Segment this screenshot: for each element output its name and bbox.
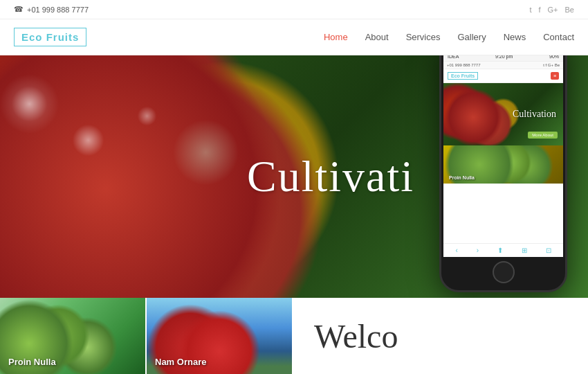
phone-book-icon[interactable]: ⊞ (522, 247, 527, 254)
phone-more-btn[interactable]: More About (528, 132, 558, 139)
nav-services[interactable]: Services (406, 32, 441, 42)
phone-tabs-icon[interactable]: ⊡ (546, 247, 551, 254)
behance-link[interactable]: Be (565, 6, 574, 14)
phone-social: t f G+ Be (543, 63, 560, 67)
card-proin: Proin Nulla (0, 298, 145, 374)
phone-number: +01 999 888 7777 (27, 6, 89, 14)
card-nam: Nam Ornare (147, 298, 292, 374)
card-proin-label: Proin Nulla (8, 357, 56, 367)
nav-gallery[interactable]: Gallery (457, 32, 486, 42)
phone-battery: 90% (549, 55, 559, 59)
phone-share-icon[interactable]: ⬆ (497, 247, 503, 254)
phone-logo[interactable]: Eco Fruits (448, 72, 478, 80)
phone-screen: IDEA 9:20 pm 90% +01 999 888 7777 t f G+… (443, 55, 563, 257)
phone-hero-title: Cultivation (513, 109, 556, 120)
welcome-text: Welco (314, 317, 398, 355)
phone-bottom-bar: ‹ › ⬆ ⊞ ⊡ (443, 243, 563, 257)
top-bar: ☎ +01 999 888 7777 t f G+ Be (0, 0, 588, 19)
facebook-link[interactable]: f (538, 6, 540, 14)
phone-number-mobile: +01 999 888 7777 (447, 63, 481, 67)
logo[interactable]: Eco Fruits (14, 28, 86, 46)
phone-home-button[interactable] (493, 261, 515, 283)
below-hero: Proin Nulla Nam Ornare Welco (0, 298, 588, 374)
social-links: t f G+ Be (529, 6, 574, 14)
nav-home[interactable]: Home (324, 32, 348, 42)
nav-links: Home About Services Gallery News Contact (324, 32, 574, 42)
phone-back-icon[interactable]: ‹ (455, 247, 457, 254)
phone-thumb-label: Proin Nulla (449, 175, 475, 180)
phone-carrier: IDEA (448, 55, 459, 59)
phone-icon: ☎ (14, 5, 24, 14)
twitter-link[interactable]: t (529, 6, 531, 14)
phone-info: ☎ +01 999 888 7777 (14, 5, 89, 14)
nav-news[interactable]: News (504, 32, 526, 42)
phone-mockup: IDEA 9:20 pm 90% +01 999 888 7777 t f G+… (439, 55, 567, 292)
phone-status-bar: IDEA 9:20 pm 90% (443, 55, 563, 62)
phone-time: 9:20 pm (495, 55, 513, 59)
card-nam-label: Nam Ornare (155, 357, 206, 367)
phone-navbar: Eco Fruits ≡ (443, 69, 563, 83)
phone-info-bar: +01 999 888 7777 t f G+ Be (443, 62, 563, 69)
welcome-section: Welco (293, 298, 588, 374)
phone-hero: Cultivation More About (443, 83, 563, 145)
nav-about[interactable]: About (365, 32, 389, 42)
google-link[interactable]: G+ (548, 6, 558, 14)
hero-section: Cultivati IDEA 9:20 pm 90% +01 999 888 7… (0, 55, 588, 298)
phone-menu-btn[interactable]: ≡ (551, 72, 559, 80)
navbar: Eco Fruits Home About Services Gallery N… (0, 19, 588, 55)
phone-thumb: Proin Nulla (443, 145, 563, 184)
phone-forward-icon[interactable]: › (477, 247, 479, 254)
nav-contact[interactable]: Contact (543, 32, 574, 42)
